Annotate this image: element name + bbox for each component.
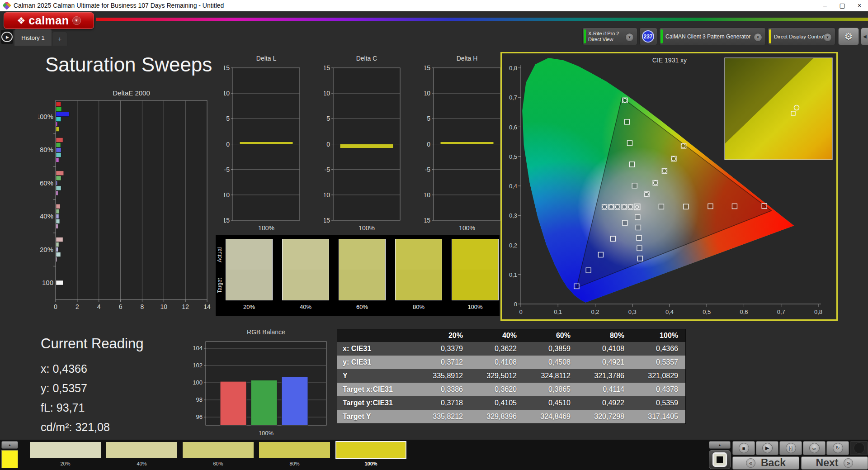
svg-text:20%: 20% <box>40 246 53 253</box>
table-value-cell: 0,3712 <box>416 356 470 369</box>
table-value-cell: 0,4108 <box>578 342 632 356</box>
pattern-generator-label: CalMAN Client 3 Pattern Generator <box>665 33 750 40</box>
tab-history-1[interactable]: History 1 <box>14 29 52 46</box>
back-chevron-icon: « <box>746 458 755 468</box>
current-reading-panel: Current Reading x: 0,4366y: 0,5357fL: 93… <box>41 336 143 437</box>
patch-swatch <box>335 441 406 459</box>
pattern-status-indicator <box>660 29 663 43</box>
current-reading-heading: Current Reading <box>41 336 143 352</box>
swatch-block <box>452 239 499 300</box>
next-button[interactable]: Next » <box>801 456 868 470</box>
settings-button[interactable]: ⚙ <box>838 28 859 45</box>
table-row-label: Target Y <box>337 410 416 423</box>
pattern-patch-60%[interactable]: 60% <box>183 441 254 466</box>
play-measure-button[interactable]: ▶ <box>756 441 778 455</box>
target-swatch <box>226 270 272 300</box>
minimize-icon[interactable]: – <box>816 0 834 11</box>
reading-value: 0,5357 <box>52 382 87 394</box>
svg-text:102: 102 <box>193 362 203 369</box>
reading-label: x: <box>41 362 49 375</box>
target-swatch <box>339 270 385 300</box>
svg-text:0,5: 0,5 <box>509 153 517 160</box>
patch-label: 40% <box>106 461 177 466</box>
blank-pattern-button[interactable] <box>709 450 731 469</box>
close-icon[interactable]: × <box>851 0 868 11</box>
table-corner-cell <box>337 329 416 342</box>
single-measure-icon: [·] <box>786 443 796 453</box>
meter-dropdown[interactable]: X-Rite i1Pro 2 Direct View ▼ <box>582 28 637 45</box>
refresh-measure-button[interactable]: ↻ <box>826 441 849 455</box>
history-nav-button[interactable]: ▶ <box>1 30 13 44</box>
stop-measure-button[interactable]: ■ <box>732 441 755 455</box>
svg-text:0: 0 <box>514 301 517 308</box>
svg-text:0,5: 0,5 <box>703 309 711 315</box>
chevron-left-icon: ◀ <box>863 34 867 39</box>
svg-text:0,6: 0,6 <box>509 124 517 131</box>
table-value-cell: 0,4108 <box>470 356 524 369</box>
svg-text:0: 0 <box>427 141 430 148</box>
svg-text:40%: 40% <box>40 212 53 220</box>
continuous-measure-button[interactable]: ∞ <box>803 441 826 455</box>
swatch-level-label: 40% <box>282 304 329 310</box>
add-tab-button[interactable]: + <box>52 32 67 46</box>
svg-text:-10: -10 <box>425 191 430 199</box>
next-label: Next <box>816 457 839 469</box>
current-pattern-swatch[interactable] <box>1 450 18 468</box>
swatch-level-label: 80% <box>395 304 442 310</box>
svg-text:100: 100 <box>42 279 53 286</box>
pattern-patch-100%[interactable]: 100% <box>335 441 406 466</box>
svg-text:Delta C: Delta C <box>356 55 377 62</box>
meter-count-button[interactable]: 237 <box>639 28 657 45</box>
svg-text:5: 5 <box>427 115 430 122</box>
svg-text:0,6: 0,6 <box>740 309 748 315</box>
swatch-block <box>395 239 442 300</box>
next-chevron-icon: » <box>844 458 853 468</box>
delta-e-2000-chart: DeltaE 200002468101214100%80%60%40%20%10… <box>38 88 212 312</box>
calman-logo-text: calman <box>28 15 69 26</box>
refresh-icon: ↻ <box>833 443 843 453</box>
svg-text:80%: 80% <box>40 146 53 153</box>
svg-text:0,3: 0,3 <box>628 309 637 315</box>
pattern-patch-80%[interactable]: 80% <box>259 441 330 466</box>
svg-text:0,3: 0,3 <box>509 212 517 219</box>
svg-text:14: 14 <box>203 303 211 310</box>
svg-text:-5: -5 <box>325 166 330 173</box>
display-control-dropdown[interactable]: Direct Display Control ▼ <box>768 28 835 45</box>
table-value-cell: 0,4921 <box>578 356 632 369</box>
pattern-generator-dropdown[interactable]: CalMAN Client 3 Pattern Generator ▼ <box>659 28 766 45</box>
table-column-header: 100% <box>632 329 685 342</box>
cie-1931-chart: CIE 1931 xy00,10,20,30,40,50,60,70,80,80… <box>500 52 838 321</box>
expand-patch-panel-button[interactable]: ▲ <box>1 441 18 449</box>
inactive-measure-button[interactable] <box>850 441 868 455</box>
maximize-icon[interactable]: ▢ <box>834 0 851 11</box>
svg-text:0: 0 <box>54 303 57 310</box>
expand-transport-panel-button[interactable]: ▲ <box>709 441 731 449</box>
meter-name: X-Rite i1Pro 2 <box>588 31 619 37</box>
delta-l-chart: Delta L151050-5-10-15100% <box>224 53 307 237</box>
svg-text:98: 98 <box>196 396 203 403</box>
pattern-patch-40%[interactable]: 40% <box>106 441 177 466</box>
svg-text:15: 15 <box>425 64 430 71</box>
reading-value: 321,08 <box>75 421 109 433</box>
table-value-cell: 335,8912 <box>416 369 470 383</box>
pattern-patch-20%[interactable]: 20% <box>30 441 101 466</box>
svg-text:DeltaE 2000: DeltaE 2000 <box>113 89 150 97</box>
calman-menu-button[interactable]: ❖ calman ▼ <box>4 12 94 29</box>
back-button[interactable]: « Back <box>732 456 799 470</box>
svg-text:Delta L: Delta L <box>256 55 277 62</box>
panel-collapse-button[interactable]: ◀ <box>861 28 868 45</box>
chevron-down-icon: ▼ <box>823 33 832 42</box>
chevron-down-icon: ▼ <box>72 16 81 25</box>
table-column-header: 60% <box>524 329 578 342</box>
svg-text:0: 0 <box>519 309 522 315</box>
single-measure-button[interactable]: [·] <box>779 441 802 455</box>
svg-text:Delta H: Delta H <box>457 55 478 62</box>
display-status-indicator <box>769 29 771 43</box>
calman-logo-icon: ❖ <box>17 16 26 25</box>
table-value-cell: 0,4114 <box>578 383 632 396</box>
svg-text:0,1: 0,1 <box>554 309 562 315</box>
swatch-block <box>339 239 386 300</box>
table-value-cell: 0,5359 <box>632 396 685 410</box>
svg-text:96: 96 <box>196 413 203 420</box>
swatch-column-60%: 60% <box>339 239 386 310</box>
